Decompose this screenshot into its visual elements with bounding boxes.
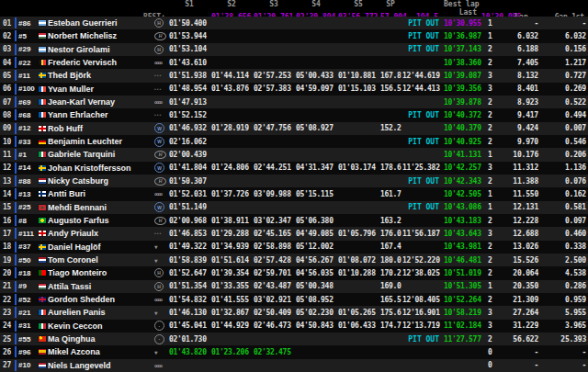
table-row: 19 #50 Tom Coronel 01'58.839 01'51.614 0… (0, 254, 588, 266)
sector3-time: 02'45.165 (253, 230, 295, 238)
best-lap-time: 10'40.925 (442, 138, 480, 146)
last-lap-time: PIT OUT (401, 32, 442, 40)
team-color-bar (15, 346, 17, 357)
driver-name: Nestor Girolami (47, 45, 153, 54)
last-lap-time: 12'08.405 (401, 296, 442, 304)
gap-to-leader: - (501, 361, 542, 369)
best-lap-time: 10'46.481 (442, 256, 480, 265)
nationality-flag-icon (39, 284, 46, 289)
col-header-s3: S3 (253, 0, 295, 8)
gap-to-previous: 0.269 (542, 85, 588, 93)
sector1-time: 01'48.954 (168, 85, 210, 93)
gap-to-previous: 4.538 (542, 269, 588, 277)
sector3-time: 02'57.383 (253, 85, 295, 93)
sector1-time: 01'46.853 (168, 230, 210, 238)
best-lap-time: 10'30.955 (442, 19, 480, 28)
manufacturer-logo-icon (154, 18, 164, 28)
session-best-row: BEST: 01'38.656 01'20.761 02'30.894 03'5… (0, 8, 588, 17)
driver-name: Daniel Haglöf (47, 242, 153, 252)
nationality-flag-icon (39, 297, 46, 302)
speed-trap-value: 174.7 (379, 321, 401, 330)
car-number: #33 (18, 138, 37, 146)
team-color-bar (15, 70, 17, 81)
gap-to-leader: 12.228 (501, 217, 542, 225)
table-row: 06 #100 Yvan Muller 01'48.954 01'43.876 … (0, 83, 588, 96)
sector2-time: 01'29.288 (210, 230, 253, 238)
sector3-time: 02'32.475 (253, 348, 295, 356)
last-lap-time: PIT OUT (401, 335, 442, 344)
manufacturer-logo-icon (154, 151, 166, 159)
sector1-time: 01'49.322 (168, 242, 210, 251)
car-number: #9 (18, 282, 37, 290)
sector2-time: 01'44.929 (210, 321, 253, 330)
table-row: 18 #37 Daniel Haglöf 01'49.322 01'34.939… (0, 241, 588, 254)
lap-count: 1 (480, 151, 501, 159)
lap-count: 2 (480, 217, 501, 225)
table-row: 02 #5 Norbert Michelisz 01'53.944 PIT OU… (0, 29, 588, 42)
speed-trap-value: 170.2 (379, 269, 401, 277)
sector1-time: 01'51.938 (168, 72, 210, 80)
gap-to-leader: 21.309 (501, 296, 542, 304)
sector5-time: 01'03.174 (337, 163, 379, 172)
gap-to-previous: 25.393 (542, 335, 588, 344)
last-lap-time: 12'44.413 (401, 85, 442, 93)
sector2-time: 01'38.911 (210, 217, 253, 225)
team-color-bar (15, 175, 17, 186)
last-lap-time: 11'56.187 (401, 230, 442, 238)
manufacturer-logo-icon (154, 73, 162, 77)
manufacturer-logo-icon (154, 191, 162, 197)
car-number: #8 (18, 217, 37, 225)
best-lap-time: 10'39.878 (442, 98, 480, 107)
position-label: 26 (0, 348, 14, 356)
table-row: 27 #10 Niels Langeveld 0 - - (0, 359, 588, 372)
manufacturer-logo-icon (154, 87, 162, 91)
sector2-time: 01'23.206 (210, 348, 253, 356)
nationality-flag-icon (39, 310, 46, 315)
team-color-bar (15, 17, 17, 28)
team-color-bar (15, 267, 17, 278)
sector3-time: 02'57.253 (253, 72, 295, 80)
sector4-time: 04'50.843 (295, 321, 337, 330)
manufacturer-logo-icon (154, 177, 166, 186)
best-lap-time: 10'51.019 (442, 269, 480, 277)
table-row: 14 #13 Antti Buri 01'52.031 01'37.726 03… (0, 187, 588, 200)
nationality-flag-icon (39, 270, 46, 276)
sector4-time: 04'56.035 (295, 269, 337, 277)
sector1-time: 01'53.944 (168, 32, 210, 40)
nationality-flag-icon (39, 33, 46, 39)
sector2-time: 01'32.867 (210, 309, 253, 317)
gap-to-leader: 6.032 (501, 32, 542, 40)
table-row: 07 #69 Jean-Karl Vernay 01'47.913 10'39.… (0, 96, 588, 108)
gap-to-leader: 12.688 (501, 230, 542, 238)
position-label: 17 (0, 230, 14, 238)
table-row: 17 #111 Andy Priaulx 01'46.853 01'29.288… (0, 227, 588, 240)
car-number: #12 (18, 124, 37, 132)
nationality-flag-icon (39, 20, 46, 26)
team-color-bar (15, 30, 17, 41)
last-lap-time: PIT OUT (401, 45, 442, 53)
gap-to-previous: 0.546 (542, 138, 588, 146)
lap-count: 3 (480, 163, 501, 172)
driver-name: Tiago Monteiro (47, 268, 153, 277)
best-lap-time: 10'39.356 (442, 85, 480, 93)
position-label: 19 (0, 256, 14, 265)
driver-name: Attila Tassi (47, 282, 153, 291)
car-number: #10 (18, 361, 37, 369)
car-number: #25 (18, 203, 37, 211)
lap-count: 0 (480, 361, 501, 369)
gap-to-previous: 2.500 (542, 256, 588, 265)
table-row: 01 #86 Esteban Guerrieri 01'50.400 PIT O… (0, 17, 588, 29)
best-lap-time: 10'37.143 (442, 45, 480, 53)
sector2-time: 01'28.919 (210, 124, 253, 132)
position-label: 23 (0, 309, 14, 317)
gap-to-leader: 15.526 (501, 256, 542, 265)
sector4-time: 04'56.267 (295, 256, 337, 265)
sector2-time: 01'43.876 (210, 85, 253, 93)
best-lap-time: 10'43.643 (442, 230, 480, 238)
gap-to-leader: 11.312 (501, 163, 542, 172)
lap-count: 0 (480, 348, 501, 356)
position-label: 12 (0, 163, 14, 172)
team-color-bar (15, 149, 17, 160)
sector2-time: 01'24.806 (210, 163, 253, 172)
manufacturer-logo-icon (154, 243, 158, 250)
